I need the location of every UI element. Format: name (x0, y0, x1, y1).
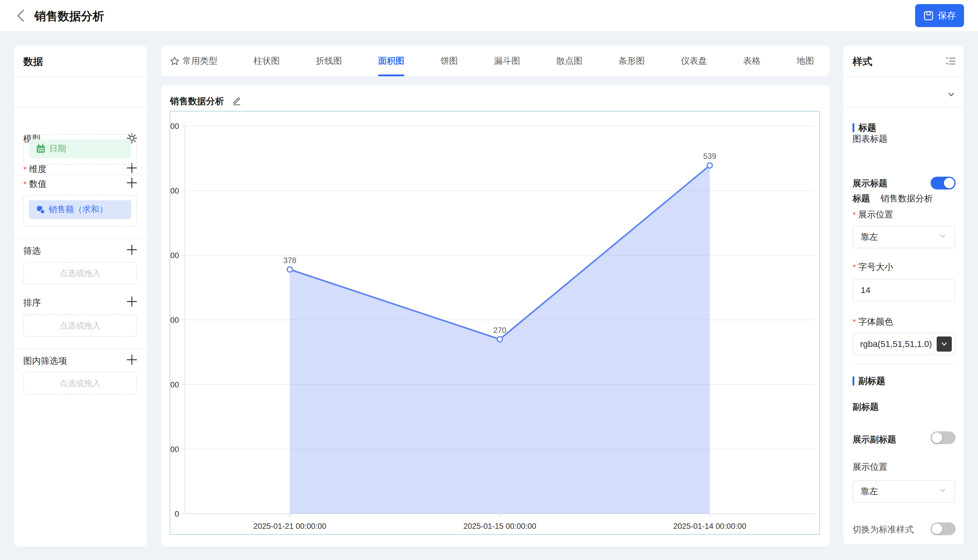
tab-折线图[interactable]: 折线图 (298, 46, 360, 76)
chart-title: 销售数据分析 (170, 95, 224, 107)
show-subtitle-label: 展示副标题 (853, 434, 896, 446)
subtitle-row-label: 副标题 (853, 401, 879, 413)
filter-dropzone[interactable]: 点选或拖入 (23, 262, 137, 284)
chart-card: 销售数据分析 01002003004005006002025-01-21 00:… (161, 85, 830, 547)
dimension-label: * 维度 (23, 163, 47, 175)
svg-text:2025-01-14 00:00:00: 2025-01-14 00:00:00 (673, 522, 746, 531)
chart-type-tabs: 常用类型柱状图折线图面积图饼图漏斗图散点图条形图仪表盘表格地图 (161, 46, 830, 76)
divider (14, 107, 147, 108)
measure-field-pill[interactable]: 销售额（求和） (29, 200, 131, 219)
svg-text:0: 0 (175, 510, 179, 518)
divider (843, 77, 964, 77)
area-chart-svg: 01002003004005006002025-01-21 00:00:0020… (170, 112, 820, 534)
tab-label: 折线图 (316, 55, 342, 67)
title-position-select[interactable]: 靠左 (853, 226, 955, 248)
measure-dropzone[interactable]: 销售额（求和） (23, 195, 137, 227)
tab-柱状图[interactable]: 柱状图 (235, 46, 298, 76)
style-group-selector[interactable]: 图表标题 (853, 133, 888, 145)
color-swatch (937, 337, 952, 352)
measure-field-label: 销售额（求和） (48, 204, 108, 215)
back-button[interactable] (15, 9, 28, 23)
coins-icon (36, 205, 45, 214)
sort-label: 排序 (23, 297, 41, 309)
subtitle-position-select[interactable]: 靠左 (853, 480, 955, 503)
svg-text:400: 400 (170, 251, 179, 260)
required-marker: * (23, 165, 27, 174)
tab-label: 饼图 (440, 55, 458, 67)
style-panel-title: 样式 (853, 55, 872, 68)
save-button[interactable]: 保存 (915, 4, 964, 27)
svg-text:100: 100 (170, 445, 179, 454)
add-sort-button[interactable] (125, 295, 138, 308)
subtitle-position-label: 展示位置 (853, 461, 888, 473)
divider (14, 238, 147, 239)
title-row-label: 标题 (853, 193, 870, 205)
dimension-dropzone[interactable]: 日期 (23, 134, 137, 165)
chevron-down-icon (939, 232, 947, 242)
show-subtitle-toggle[interactable] (931, 432, 956, 444)
calendar-icon (36, 144, 46, 154)
section-accent-bar (853, 376, 854, 386)
chevron-down-icon[interactable] (947, 88, 956, 101)
tab-label: 漏斗图 (494, 55, 520, 67)
font-color-input[interactable]: rgba(51,51,51,1.0) (853, 333, 933, 355)
style-panel: 样式 图表标题 标题 标题 销售数据分析 展示标题 *展示位置 (843, 46, 964, 544)
standard-style-toggle[interactable] (931, 522, 956, 535)
chart-filter-dropzone[interactable]: 点选或拖入 (23, 372, 137, 394)
sort-dropzone[interactable]: 点选或拖入 (23, 314, 137, 337)
tab-散点图[interactable]: 散点图 (538, 46, 600, 76)
add-measure-button[interactable] (125, 177, 138, 189)
title-position-value: 靠左 (861, 231, 878, 243)
font-color-field: rgba(51,51,51,1.0) (853, 333, 956, 355)
data-panel-title: 数据 (23, 55, 43, 68)
divider (14, 175, 147, 175)
tab-饼图[interactable]: 饼图 (422, 46, 476, 76)
svg-text:300: 300 (170, 316, 179, 325)
edit-title-icon[interactable] (232, 96, 242, 107)
font-size-input[interactable]: 14 (853, 279, 955, 302)
data-point-label: 270 (493, 326, 506, 335)
subtitle-position-value: 靠左 (861, 485, 878, 497)
tab-地图[interactable]: 地图 (779, 46, 832, 76)
tab-label: 仪表盘 (681, 55, 707, 67)
save-icon (923, 10, 934, 21)
tab-漏斗图[interactable]: 漏斗图 (476, 46, 538, 76)
section-accent-bar (853, 123, 854, 132)
tab-条形图[interactable]: 条形图 (600, 46, 663, 76)
add-chart-filter-button[interactable] (125, 353, 138, 366)
toggle-knob (932, 523, 942, 534)
chart-filter-label: 图内筛选项 (23, 355, 67, 367)
font-color-picker-button[interactable] (933, 333, 955, 355)
star-icon (170, 56, 180, 66)
data-point[interactable] (287, 267, 293, 272)
standard-style-label: 切换为标准样式 (853, 523, 914, 535)
top-bar: 销售数据分析 保存 (0, 0, 978, 31)
tab-label: 表格 (743, 55, 761, 67)
collapse-panel-icon[interactable] (945, 56, 956, 68)
data-panel: 数据 模型 * 维度 (14, 46, 147, 547)
divider (843, 107, 964, 108)
toggle-knob (944, 178, 955, 188)
title-section-heading: 标题 (853, 122, 876, 134)
tab-常用类型[interactable]: 常用类型 (165, 46, 235, 76)
font-size-label: *字号大小 (853, 261, 893, 273)
filter-label: 筛选 (23, 245, 41, 257)
divider (14, 348, 147, 349)
chart-canvas[interactable]: 01002003004005006002025-01-21 00:00:0020… (170, 111, 820, 535)
svg-text:2025-01-15 00:00:00: 2025-01-15 00:00:00 (463, 522, 536, 531)
show-title-toggle[interactable] (931, 177, 956, 190)
tab-面积图[interactable]: 面积图 (360, 46, 422, 76)
svg-text:2025-01-21 00:00:00: 2025-01-21 00:00:00 (253, 522, 326, 531)
tab-label: 条形图 (618, 55, 645, 67)
app-root: 销售数据分析 保存 数据 模型 (0, 0, 978, 560)
tab-label: 常用类型 (183, 55, 217, 67)
tab-表格[interactable]: 表格 (725, 46, 779, 76)
tab-仪表盘[interactable]: 仪表盘 (663, 46, 725, 76)
sort-placeholder: 点选或拖入 (24, 315, 136, 336)
save-button-label: 保存 (938, 10, 956, 22)
svg-text:500: 500 (170, 187, 179, 195)
dimension-field-pill[interactable]: 日期 (29, 139, 131, 158)
add-filter-button[interactable] (125, 243, 138, 256)
data-point[interactable] (497, 337, 502, 342)
data-point[interactable] (707, 163, 712, 168)
